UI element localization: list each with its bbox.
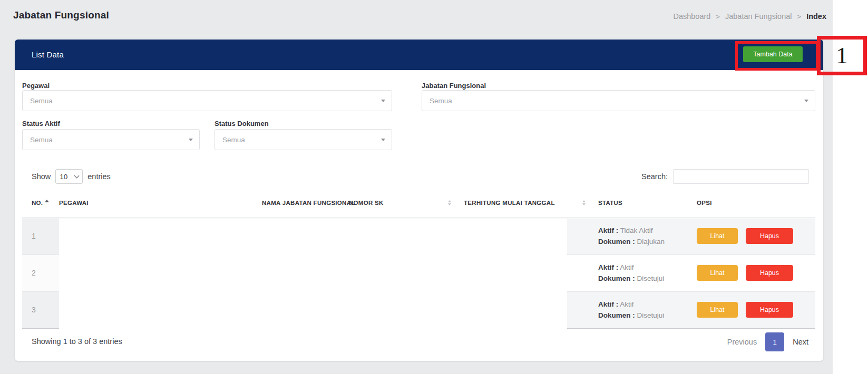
- pegawai-filter-select[interactable]: Semua: [22, 90, 392, 111]
- page-length-select[interactable]: 10: [55, 169, 83, 184]
- caret-down-icon: [189, 139, 193, 141]
- lihat-button[interactable]: Lihat: [697, 302, 738, 318]
- column-header-nama-jabatan-fungsional: NAMA JABATAN FUNGSIONAL: [262, 189, 349, 218]
- hapus-button[interactable]: Hapus: [746, 265, 793, 281]
- hapus-button[interactable]: Hapus: [746, 228, 793, 244]
- pegawai-filter-value: Semua: [30, 97, 53, 105]
- opsi-cell: Lihat Hapus: [697, 254, 815, 291]
- status-aktif-filter-label: Status Aktif: [22, 120, 60, 127]
- row-number: 1: [22, 218, 59, 254]
- column-header-no[interactable]: NO.: [22, 189, 59, 218]
- table-info-text: Showing 1 to 3 of 3 entries: [32, 337, 122, 346]
- column-header-nomor-sk[interactable]: NOMOR SK: [349, 189, 464, 218]
- breadcrumb-item-dashboard[interactable]: Dashboard: [673, 12, 710, 21]
- annotation-step-box: 1: [817, 36, 867, 75]
- entries-label: entries: [87, 172, 111, 181]
- list-data-card: List Data Tambah Data Pegawai Semua Jaba…: [15, 40, 823, 361]
- breadcrumb: Dashboard > Jabatan Fungsional > Index: [673, 12, 826, 21]
- breadcrumb-item-jabatan-fungsional[interactable]: Jabatan Fungsional: [725, 12, 792, 21]
- entries-length-control: Show 10 entries: [32, 169, 111, 184]
- sort-both-icon: [582, 200, 586, 205]
- status-cell: Aktif : Tidak Aktif Dokumen : Diajukan: [598, 218, 697, 254]
- breadcrumb-separator-icon: >: [797, 13, 802, 21]
- column-header-opsi: OPSI: [697, 189, 815, 218]
- jabatan-fungsional-filter-label: Jabatan Fungsional: [422, 82, 486, 90]
- jabatan-fungsional-filter-value: Semua: [430, 97, 452, 105]
- table-header-row: NO. PEGAWAI NAMA JABATAN FUNGSIONAL NOMO…: [22, 189, 815, 218]
- status-cell: Aktif : Aktif Dokumen : Disetujui: [598, 291, 697, 328]
- status-aktif-filter-select[interactable]: Semua: [22, 129, 200, 150]
- jabatan-fungsional-filter-select[interactable]: Semua: [422, 90, 815, 111]
- annotation-highlight-box: [735, 41, 818, 71]
- pegawai-filter-label: Pegawai: [22, 82, 50, 90]
- redacted-data-overlay: [59, 219, 567, 329]
- status-dokumen-filter-label: Status Dokumen: [214, 120, 269, 127]
- search-control: Search:: [641, 169, 809, 184]
- column-header-status: STATUS: [598, 189, 697, 218]
- annotation-step-number: 1: [836, 44, 848, 67]
- status-cell: Aktif : Aktif Dokumen : Disetujui: [598, 254, 697, 291]
- row-number: 3: [22, 291, 59, 328]
- hapus-button[interactable]: Hapus: [746, 302, 793, 318]
- column-header-terhitung-mulai-tanggal[interactable]: TERHITUNG MULAI TANGGAL: [464, 189, 598, 218]
- chevron-down-icon: [74, 173, 80, 179]
- status-aktif-filter-value: Semua: [30, 136, 53, 144]
- search-label: Search:: [641, 172, 668, 181]
- sort-ascending-icon: [45, 200, 49, 202]
- page: Jabatan Fungsional Dashboard > Jabatan F…: [0, 0, 868, 383]
- caret-down-icon: [381, 139, 385, 141]
- show-label: Show: [32, 172, 51, 181]
- card-header: List Data Tambah Data: [15, 40, 823, 70]
- search-input[interactable]: [673, 169, 809, 184]
- opsi-cell: Lihat Hapus: [697, 291, 815, 328]
- page-title: Jabatan Fungsional: [13, 9, 109, 21]
- opsi-cell: Lihat Hapus: [697, 218, 815, 254]
- pagination-previous[interactable]: Previous: [727, 338, 757, 346]
- lihat-button[interactable]: Lihat: [697, 265, 738, 281]
- page-length-value: 10: [60, 173, 67, 181]
- column-header-pegawai: PEGAWAI: [59, 189, 262, 218]
- sort-both-icon: [448, 200, 451, 205]
- breadcrumb-item-index: Index: [806, 12, 826, 21]
- breadcrumb-separator-icon: >: [716, 13, 720, 21]
- caret-down-icon: [381, 100, 385, 102]
- data-table-wrapper: NO. PEGAWAI NAMA JABATAN FUNGSIONAL NOMO…: [22, 189, 815, 329]
- pagination-next[interactable]: Next: [793, 338, 808, 346]
- row-number: 2: [22, 254, 59, 291]
- pagination: Previous 1 Next: [727, 332, 808, 351]
- status-dokumen-filter-select[interactable]: Semua: [214, 129, 392, 150]
- caret-down-icon: [804, 100, 808, 102]
- card-title: List Data: [32, 50, 64, 59]
- status-dokumen-filter-value: Semua: [222, 136, 245, 144]
- pagination-page-1[interactable]: 1: [765, 332, 784, 351]
- lihat-button[interactable]: Lihat: [697, 228, 738, 244]
